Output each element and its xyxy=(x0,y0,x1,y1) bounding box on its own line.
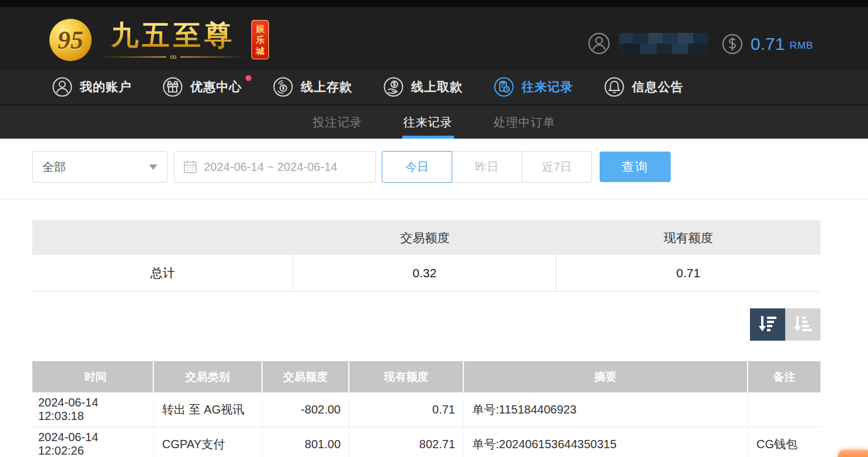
nav-label: 往来记录 xyxy=(522,79,573,95)
flourish-swirl-icon: ∞ xyxy=(166,52,180,62)
nav-label: 优惠中心 xyxy=(190,79,242,95)
cell-transaction-amount: 801.00 xyxy=(263,427,349,457)
summary-transaction-total: 0.32 xyxy=(294,255,556,291)
page: 95 九五至尊 ∞ 娱 乐 城 xyxy=(0,0,868,457)
brand-tag-char: 城 xyxy=(256,46,265,56)
logo-main: 九五至尊 ∞ xyxy=(100,12,247,62)
tab-transaction-records[interactable]: 往来记录 xyxy=(402,106,454,139)
chevron-down-icon xyxy=(149,164,157,170)
cell-time: 2024-06-14 12:03:18 xyxy=(32,392,154,426)
nav-label: 信息公告 xyxy=(632,79,684,95)
brand-name: 九五至尊 xyxy=(111,20,235,51)
nav-item-promotions[interactable]: 优惠中心 xyxy=(162,76,242,98)
summary-header-current-amount: 现有额度 xyxy=(556,220,820,255)
username-redacted xyxy=(619,33,708,54)
summary-current-total: 0.71 xyxy=(556,255,820,291)
cell-time: 2024-06-14 12:02:26 xyxy=(32,427,154,457)
cell-current-amount: 802.71 xyxy=(349,427,464,457)
tab-betting-records[interactable]: 投注记录 xyxy=(312,106,364,139)
records-table: 时间 交易类别 交易额度 现有额度 摘要 备注 2024-06-14 12:03… xyxy=(32,361,820,457)
user-icon xyxy=(52,76,73,98)
brand-tag-char: 乐 xyxy=(256,35,265,45)
column-header-transaction-amount: 交易额度 xyxy=(263,361,349,392)
sort-descending-icon xyxy=(758,314,778,335)
nav-item-withdraw[interactable]: 线上取款 xyxy=(383,76,463,98)
dollar-coin-icon xyxy=(721,33,743,55)
column-header-current-amount: 现有额度 xyxy=(349,361,464,392)
site-logo[interactable]: 95 九五至尊 ∞ 娱 乐 城 xyxy=(49,12,269,62)
last-7-days-button[interactable]: 近7日 xyxy=(522,151,592,183)
cell-current-amount: 0.71 xyxy=(349,392,464,426)
tab-pending-orders[interactable]: 处理中订单 xyxy=(493,106,557,139)
nav-label: 线上取款 xyxy=(411,79,463,95)
summary-header-empty xyxy=(32,220,294,255)
brand-tag-char: 娱 xyxy=(256,23,265,33)
bell-icon xyxy=(604,76,625,98)
cell-transaction-type: CGPAY支付 xyxy=(154,427,263,457)
quick-date-buttons: 今日 昨日 近7日 xyxy=(382,151,592,183)
gift-icon xyxy=(162,76,183,98)
cell-transaction-amount: -802.00 xyxy=(263,392,349,426)
cell-summary: 单号:115184406923 xyxy=(464,392,748,426)
sort-controls xyxy=(750,308,820,341)
today-button[interactable]: 今日 xyxy=(382,151,452,183)
nav-item-deposit[interactable]: 线上存款 xyxy=(272,76,352,98)
nav-item-my-account[interactable]: 我的账户 xyxy=(52,76,132,98)
summary-table: 交易额度 现有额度 总计 0.32 0.71 xyxy=(32,220,820,292)
table-row: 2024-06-14 12:02:26 CGPAY支付 801.00 802.7… xyxy=(32,427,820,457)
summary-header-row: 交易额度 现有额度 xyxy=(32,220,820,255)
cell-transaction-type: 转出 至 AG视讯 xyxy=(154,392,263,426)
nav-label: 线上存款 xyxy=(301,79,352,95)
main-nav: 我的账户 优惠中心 xyxy=(0,69,868,106)
wallet-balance[interactable]: 0.71 RMB xyxy=(721,33,813,55)
nav-item-announcements[interactable]: 信息公告 xyxy=(604,76,684,98)
summary-total-label: 总计 xyxy=(32,255,294,291)
cell-remark xyxy=(748,392,820,426)
top-black-strip xyxy=(0,0,868,7)
table-row: 2024-06-14 12:03:18 转出 至 AG视讯 -802.00 0.… xyxy=(32,392,820,427)
avatar-icon xyxy=(587,32,611,55)
brand-tag-vertical: 娱 乐 城 xyxy=(251,20,269,59)
sort-ascending-button[interactable] xyxy=(785,308,820,341)
yesterday-button[interactable]: 昨日 xyxy=(452,151,522,183)
cell-remark: CG钱包 xyxy=(748,427,820,457)
withdraw-icon xyxy=(383,76,404,98)
type-select-value: 全部 xyxy=(42,159,66,175)
logo-flourish-ornament: ∞ xyxy=(100,52,247,62)
nav-label: 我的账户 xyxy=(80,79,132,95)
records-header-row: 时间 交易类别 交易额度 现有额度 摘要 备注 xyxy=(32,361,820,392)
balance-amount: 0.71 xyxy=(751,34,785,54)
column-header-transaction-type: 交易类别 xyxy=(154,361,263,392)
sort-descending-button[interactable] xyxy=(750,308,785,341)
calendar-icon xyxy=(183,159,198,174)
flourish-line-left xyxy=(100,56,166,58)
column-header-remark: 备注 xyxy=(748,361,820,392)
section-divider xyxy=(0,199,868,200)
site-header: 95 九五至尊 ∞ 娱 乐 城 xyxy=(0,7,868,69)
balance-currency: RMB xyxy=(789,40,813,52)
type-select-dropdown[interactable]: 全部 xyxy=(32,151,167,183)
query-button[interactable]: 查询 xyxy=(600,152,671,182)
date-range-input[interactable]: 2024-06-14 ~ 2024-06-14 xyxy=(174,151,376,183)
deposit-icon xyxy=(272,76,294,98)
sort-ascending-icon xyxy=(793,314,813,335)
account-user[interactable] xyxy=(587,32,708,55)
logo-monogram: 95 xyxy=(49,19,92,61)
column-header-time: 时间 xyxy=(32,361,154,392)
flourish-line-right xyxy=(180,56,247,58)
records-icon xyxy=(493,76,514,98)
summary-total-row: 总计 0.32 0.71 xyxy=(32,255,820,292)
floating-service-button[interactable] xyxy=(838,450,868,457)
cell-summary: 单号:202406153644350315 xyxy=(464,427,748,457)
notification-dot xyxy=(245,75,251,81)
sub-tabs: 投注记录 往来记录 处理中订单 xyxy=(0,106,868,139)
column-header-summary: 摘要 xyxy=(464,361,748,392)
date-range-value: 2024-06-14 ~ 2024-06-14 xyxy=(204,160,337,174)
summary-header-transaction-amount: 交易额度 xyxy=(294,220,556,255)
nav-item-transaction-records[interactable]: 往来记录 xyxy=(493,76,573,98)
